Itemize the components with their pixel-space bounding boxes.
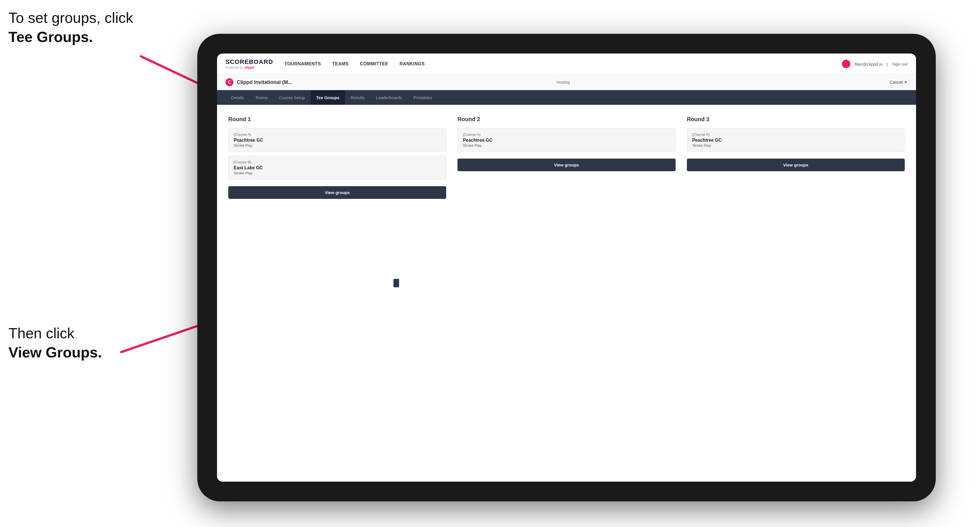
user-avatar	[842, 60, 850, 68]
tab-leaderboards[interactable]: Leaderboards	[371, 90, 408, 105]
round-2-course-a-card: (Course A) Peachtree GC Stroke Play	[457, 128, 675, 152]
instruction-bottom-line2: View Groups.	[8, 343, 102, 362]
sign-out-link[interactable]: Sign out	[892, 62, 908, 67]
nav-tournaments[interactable]: TOURNAMENTS	[285, 61, 321, 67]
tab-teams[interactable]: Teams	[250, 90, 274, 105]
nav-separator: |	[887, 62, 888, 67]
nav-right: blair@clippd.io | Sign out	[842, 60, 908, 68]
hosting-badge: Hosting	[556, 80, 570, 84]
rounds-container: Round 1 (Course A) Peachtree GC Stroke P…	[228, 116, 905, 199]
round-1-course-b-label: (Course B)	[234, 160, 441, 164]
round-1-title: Round 1	[228, 116, 446, 122]
round-3-course-a-label: (Course A)	[692, 132, 899, 137]
round-3-course-a-card: (Course A) Peachtree GC Stroke Play	[687, 128, 905, 152]
side-arrow-indicator	[393, 279, 399, 287]
round-2-course-a-format: Stroke Play	[463, 143, 670, 148]
tab-printables[interactable]: Printables	[408, 90, 438, 105]
round-1-course-b-card: (Course B) East Lake GC Stroke Play	[228, 156, 446, 179]
round-1-course-a-name: Peachtree GC	[234, 138, 441, 143]
round-3-title: Round 3	[687, 116, 905, 122]
logo-text: SCOREBOARD	[226, 58, 273, 66]
nav-committee[interactable]: COMMITTEE	[360, 61, 388, 67]
tablet-frame: SCOREBOARD Powered by clippit TOURNAMENT…	[197, 34, 936, 502]
round-2-view-groups-button[interactable]: View groups	[457, 159, 675, 171]
instruction-top-line1: To set groups, click	[8, 8, 133, 28]
main-content: Round 1 (Course A) Peachtree GC Stroke P…	[217, 105, 916, 482]
nav-links: TOURNAMENTS TEAMS COMMITTEE RANKINGS	[285, 61, 842, 67]
round-1-course-b-format: Stroke Play	[234, 171, 441, 175]
round-3-view-groups-button[interactable]: View groups	[687, 159, 905, 171]
round-2-title: Round 2	[457, 116, 675, 122]
round-2-course-a-name: Peachtree GC	[463, 138, 670, 143]
round-2-column: Round 2 (Course A) Peachtree GC Stroke P…	[457, 116, 675, 199]
round-1-course-a-card: (Course A) Peachtree GC Stroke Play	[228, 128, 446, 152]
round-2-course-a-label: (Course A)	[463, 132, 670, 137]
instruction-top: To set groups, click Tee Groups.	[8, 8, 133, 46]
instruction-bottom: Then click View Groups.	[8, 324, 102, 362]
round-3-column: Round 3 (Course A) Peachtree GC Stroke P…	[687, 116, 905, 199]
round-1-column: Round 1 (Course A) Peachtree GC Stroke P…	[228, 116, 446, 199]
round-3-course-a-name: Peachtree GC	[692, 138, 899, 143]
tab-course-setup[interactable]: Course Setup	[274, 90, 310, 105]
nav-rankings[interactable]: RANKINGS	[400, 61, 425, 67]
tournament-name: Clippd Invitational (M...	[237, 79, 556, 85]
user-email: blair@clippd.io	[854, 62, 883, 67]
round-1-course-a-label: (Course A)	[234, 132, 441, 137]
logo-area: SCOREBOARD Powered by clippit	[226, 58, 273, 70]
round-1-view-groups-button[interactable]: View groups	[228, 186, 446, 199]
nav-teams[interactable]: TEAMS	[332, 61, 349, 67]
logo-sub: Powered by clippit	[226, 66, 273, 70]
top-navigation: SCOREBOARD Powered by clippit TOURNAMENT…	[217, 54, 916, 75]
tablet-screen: SCOREBOARD Powered by clippit TOURNAMENT…	[217, 54, 916, 482]
tournament-icon: C	[226, 78, 233, 86]
tab-tee-groups[interactable]: Tee Groups	[310, 90, 345, 105]
round-1-course-b-name: East Lake GC	[234, 165, 441, 170]
round-1-course-a-format: Stroke Play	[234, 143, 441, 148]
tab-results[interactable]: Results	[345, 90, 371, 105]
tournament-header: C Clippd Invitational (M... Hosting Canc…	[217, 75, 916, 90]
cancel-button[interactable]: Cancel ✕	[889, 80, 908, 85]
instruction-bottom-line1: Then click	[8, 324, 102, 343]
tab-navigation: Details Teams Course Setup Tee Groups Re…	[217, 90, 916, 105]
instruction-top-line2: Tee Groups.	[8, 28, 133, 47]
tab-details[interactable]: Details	[226, 90, 250, 105]
round-3-course-a-format: Stroke Play	[692, 143, 899, 148]
